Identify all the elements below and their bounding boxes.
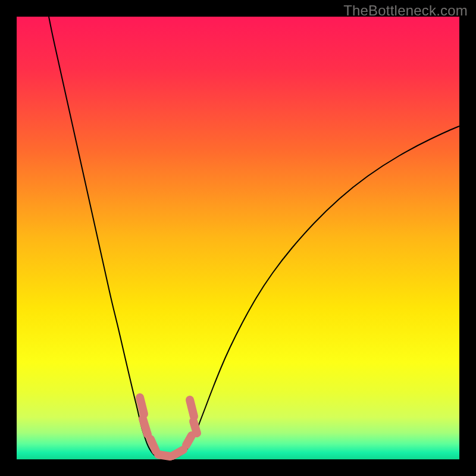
- chart-frame: [17, 17, 459, 459]
- marker-segment: [173, 450, 183, 456]
- marker-segment: [193, 421, 197, 433]
- marker-segment: [158, 455, 170, 456]
- marker-segment: [186, 436, 192, 445]
- marker-segment: [140, 397, 144, 414]
- marker-segment: [190, 400, 194, 416]
- marker-segment: [143, 419, 148, 434]
- chart-svg: [17, 17, 459, 459]
- bottleneck-curve: [49, 17, 459, 459]
- marker-segment: [151, 439, 156, 451]
- watermark-text: TheBottleneck.com: [343, 2, 468, 19]
